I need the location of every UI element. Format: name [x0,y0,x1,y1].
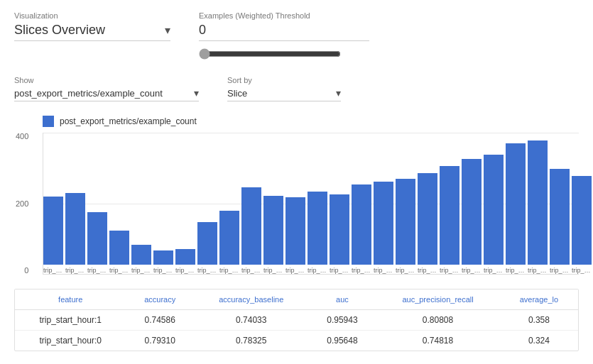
visualization-dropdown-arrow: ▾ [165,23,170,37]
table-cell: 0.358 [500,310,578,331]
x-label: trip_s... [263,267,283,274]
visualization-select[interactable]: Slices Overview ▾ [14,23,170,41]
visualization-group: Visualization Slices Overview ▾ [14,11,170,41]
bar [418,173,437,265]
y-label-400: 400 [16,133,28,140]
x-label: trip_s... [175,267,195,274]
bar [462,159,482,265]
x-label: trip_s... [484,267,504,274]
metrics-table: featureaccuracyaccuracy_baselineaucauc_p… [15,289,578,351]
bar [285,197,305,265]
header-row: featureaccuracyaccuracy_baselineaucauc_p… [15,289,578,310]
bar-col: trip_s... [572,133,592,274]
table-row: trip_start_hour:10.745860.740330.959430.… [15,310,578,331]
bar [506,143,526,265]
x-label: trip_s... [418,267,437,274]
bar [109,231,129,265]
bar-col: trip_s... [352,133,371,274]
x-label: trip_s... [241,267,261,274]
threshold-label: Examples (Weighted) Threshold [199,11,369,20]
table-cell: 0.74033 [194,310,309,331]
table-header-cell: auc [309,289,376,310]
bar [572,176,592,265]
sort-select[interactable]: Slice ▾ [227,87,341,101]
show-dropdown-arrow: ▾ [194,87,199,99]
bar-col: trip_s... [175,133,195,274]
legend-label: post_export_metrics/example_count [60,116,197,126]
bar [440,166,459,265]
table-header-cell: feature [15,289,126,310]
x-label: trip_s... [153,267,173,274]
bar-col: trip_s... [308,133,327,274]
x-label: trip_s... [219,267,239,274]
bars-wrapper: trip_s...trip_s...trip_s...trip_s...trip… [43,133,579,275]
bar [352,184,371,265]
chart-container: 400 200 0 trip_s...trip_s...trip_s...tri… [43,133,579,275]
bar [65,193,85,265]
bar-col: trip_s... [506,133,526,274]
threshold-group: Examples (Weighted) Threshold [199,11,369,62]
y-axis: 400 200 0 [16,133,28,275]
show-group: Show post_export_metrics/example_count ▾ [14,76,199,101]
bar-col: trip_s... [263,133,283,274]
visualization-label: Visualization [14,11,170,20]
bar [396,179,415,265]
table-cell: 0.78325 [194,331,309,351]
x-label: trip_s... [87,267,107,274]
table-body: trip_start_hour:10.745860.740330.959430.… [15,310,578,351]
bar-col: trip_s... [219,133,239,274]
sort-label: Sort by [227,76,341,84]
bar-col: trip_s... [43,133,63,274]
show-value: post_export_metrics/example_count [14,88,191,99]
table-header-cell: auc_precision_recall [376,289,500,310]
x-label: trip_s... [131,267,151,274]
x-label: trip_s... [440,267,459,274]
table-cell: 0.95648 [309,331,376,351]
bar [175,249,195,265]
bar-col: trip_s... [241,133,261,274]
show-label: Show [14,76,199,84]
y-label-200: 200 [16,200,28,208]
table-header-cell: average_lo [500,289,578,310]
bar [374,182,393,265]
bar-col: trip_s... [484,133,504,274]
bar [131,245,151,265]
bar [197,222,217,265]
table-cell: 0.324 [500,331,578,351]
sort-dropdown-arrow: ▾ [336,87,341,99]
slider-wrapper [199,48,341,62]
bar [528,140,548,265]
bar-col: trip_s... [87,133,107,274]
top-row: Visualization Slices Overview ▾ Examples… [14,11,579,62]
chart-area: post_export_metrics/example_count 400 20… [14,116,579,275]
table-wrapper: featureaccuracyaccuracy_baselineaucauc_p… [14,289,579,351]
x-label: trip_s... [43,267,63,274]
x-label: trip_s... [285,267,305,274]
threshold-slider[interactable] [199,48,341,60]
x-label: trip_s... [550,267,570,274]
table-cell: 0.74818 [376,331,500,351]
chart-legend: post_export_metrics/example_count [43,116,579,127]
threshold-input[interactable] [199,23,369,38]
x-label: trip_s... [374,267,393,274]
table-cell: trip_start_hour:0 [15,331,126,351]
bar-col: trip_s... [109,133,129,274]
sort-value: Slice [227,88,333,99]
show-select[interactable]: post_export_metrics/example_count ▾ [14,87,199,101]
x-label: trip_s... [506,267,526,274]
x-label: trip_s... [396,267,415,274]
bar [484,155,504,265]
x-label: trip_s... [197,267,217,274]
legend-color [43,116,54,127]
second-row: Show post_export_metrics/example_count ▾… [14,76,579,101]
bar-col: trip_s... [153,133,173,274]
bar [241,187,261,265]
bar [87,212,107,265]
sort-group: Sort by Slice ▾ [227,76,341,101]
threshold-input-wrapper [199,23,369,41]
bar [330,194,349,265]
x-label: trip_s... [109,267,129,274]
bar-col: trip_s... [396,133,415,274]
x-label: trip_s... [528,267,548,274]
visualization-value: Slices Overview [14,23,161,38]
